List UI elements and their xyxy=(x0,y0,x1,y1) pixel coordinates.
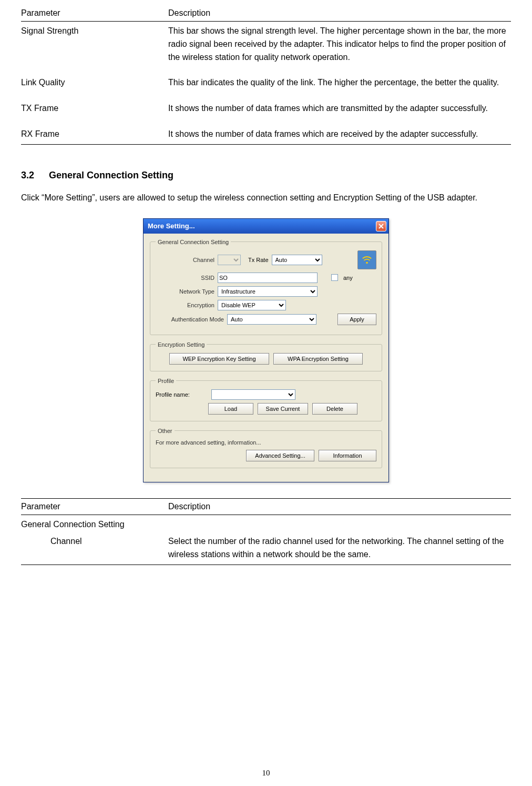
param-table-1: Parameter Description Signal Strength Th… xyxy=(21,5,511,145)
label-any: any xyxy=(343,275,353,281)
section-heading: 3.2General Connection Setting xyxy=(21,170,511,181)
other-text: For more advanced setting, information..… xyxy=(156,439,376,446)
wep-key-setting-button[interactable]: WEP Encryption Key Setting xyxy=(169,353,269,365)
table-row: Link Quality This bar indicates the qual… xyxy=(21,73,511,99)
advanced-setting-button[interactable]: Advanced Setting... xyxy=(246,450,314,461)
label-ssid: SSID xyxy=(156,275,214,281)
network-type-select[interactable]: Infrastructure xyxy=(218,286,318,297)
dialog-title: More Setting... xyxy=(148,222,195,230)
svg-point-0 xyxy=(366,261,368,264)
label-profile-name: Profile name: xyxy=(156,391,208,398)
label-network-type: Network Type xyxy=(156,288,214,295)
channel-select[interactable] xyxy=(218,255,241,265)
any-checkbox[interactable] xyxy=(331,274,338,281)
group-encryption-setting: Encryption Setting WEP Encryption Key Se… xyxy=(150,341,382,371)
th-description: Description xyxy=(168,5,511,22)
txrate-select[interactable]: Auto xyxy=(272,255,322,265)
encryption-select[interactable]: Disable WEP xyxy=(218,300,286,310)
table-row: TX Frame It shows the number of data fra… xyxy=(21,99,511,125)
label-encryption: Encryption xyxy=(156,302,214,308)
table-row: RX Frame It shows the number of data fra… xyxy=(21,125,511,144)
intro-text: Click “More Setting”, users are allowed … xyxy=(21,192,511,205)
label-auth-mode: Authentication Mode xyxy=(156,316,224,323)
group-general-connection: General Connection Setting Channel Tx Ra… xyxy=(150,239,382,335)
load-button[interactable]: Load xyxy=(208,403,253,415)
page-number: 10 xyxy=(0,769,532,778)
dialog-titlebar[interactable]: More Setting... xyxy=(144,219,388,234)
close-icon[interactable] xyxy=(376,221,386,231)
more-setting-dialog: More Setting... General Connection Setti… xyxy=(143,218,389,482)
profile-name-select[interactable] xyxy=(211,389,295,400)
save-current-button[interactable]: Save Current xyxy=(258,403,308,415)
group-profile: Profile Profile name: Load Save Current … xyxy=(150,378,382,421)
ssid-input[interactable] xyxy=(218,273,318,283)
wpa-setting-button[interactable]: WPA Encryption Setting xyxy=(273,353,363,365)
th-parameter: Parameter xyxy=(21,498,168,515)
table-row: General Connection Setting xyxy=(21,515,511,532)
auth-mode-select[interactable]: Auto xyxy=(227,314,316,325)
apply-button[interactable]: Apply xyxy=(337,314,376,325)
param-table-2: Parameter Description General Connection… xyxy=(21,498,511,565)
label-channel: Channel xyxy=(156,257,214,263)
group-other: Other For more advanced setting, informa… xyxy=(150,428,382,468)
table-row: Channel Select the number of the radio c… xyxy=(21,532,511,565)
label-txrate: Tx Rate xyxy=(248,257,269,263)
th-parameter: Parameter xyxy=(21,5,168,22)
table-row: Signal Strength This bar shows the signa… xyxy=(21,22,511,74)
delete-button[interactable]: Delete xyxy=(312,403,357,415)
wireless-icon xyxy=(357,250,376,269)
th-description: Description xyxy=(168,498,511,515)
information-button[interactable]: Information xyxy=(319,450,376,461)
